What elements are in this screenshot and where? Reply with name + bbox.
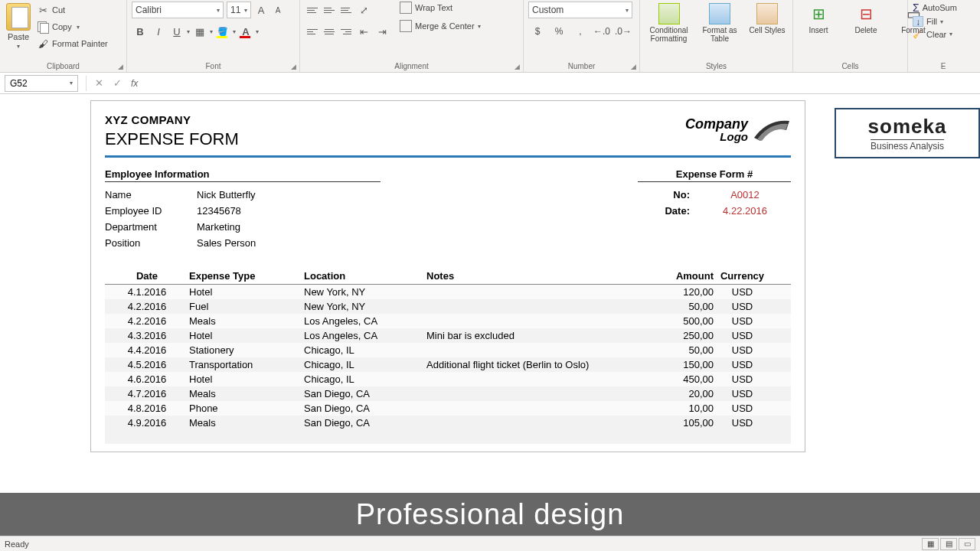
cut-button[interactable]: Cut: [35, 3, 109, 17]
employee-dept: Marketing: [197, 221, 240, 233]
italic-button[interactable]: I: [150, 23, 167, 40]
increase-decimal-button[interactable]: ←.0: [593, 23, 611, 40]
employee-section-title: Employee Information: [105, 168, 381, 182]
company-name: XYZ COMPANY: [105, 113, 239, 126]
table-row: 4.5.2016TransportationChicago, ILAdditio…: [105, 357, 791, 372]
expense-document: XYZ COMPANY EXPENSE FORM CompanyLogo Emp…: [90, 100, 805, 452]
table-row: 4.6.2016HotelChicago, IL450,00USD: [105, 372, 791, 386]
comma-button[interactable]: ,: [571, 23, 590, 40]
align-bottom-button[interactable]: [338, 2, 354, 18]
grow-font-button[interactable]: A: [254, 2, 268, 18]
format-as-table-button[interactable]: Format as Table: [699, 2, 740, 44]
increase-indent-button[interactable]: ⇥: [374, 23, 390, 40]
form-section-title: Expense Form #: [638, 168, 791, 182]
banner-text: Professional design: [356, 498, 625, 531]
cut-icon: [37, 4, 49, 16]
underline-button[interactable]: U: [168, 23, 185, 40]
percent-button[interactable]: %: [550, 23, 568, 40]
table-row: 4.2.2016FuelNew York, NY50,00USD: [105, 299, 791, 314]
employee-name: Nick Butterfly: [197, 189, 256, 201]
table-row: 4.3.2016HotelLos Angeles, CAMini bar is …: [105, 328, 791, 343]
overlay-banner: Professional design: [0, 493, 980, 536]
font-size-combo[interactable]: 11▾: [227, 2, 251, 18]
sigma-icon: [913, 2, 920, 14]
ribbon: Paste ▾ Cut Copy ▾ Format Painter C: [0, 0, 980, 73]
accounting-button[interactable]: $: [528, 23, 547, 40]
group-alignment: ⤢ ⇤ ⇥ Wrap Text Merge & Center: [300, 0, 524, 72]
fill-color-button[interactable]: [214, 23, 231, 40]
fx-icon[interactable]: fx: [131, 78, 138, 89]
swoosh-icon: [753, 115, 791, 145]
number-format-combo[interactable]: Custom▾: [528, 2, 632, 18]
merge-center-button[interactable]: Merge & Center ▾: [400, 20, 481, 32]
eraser-icon: [913, 29, 923, 39]
align-left-button[interactable]: [305, 24, 320, 39]
formula-input[interactable]: [142, 75, 980, 92]
decrease-decimal-button[interactable]: .0→: [614, 23, 632, 40]
brush-icon: [37, 37, 49, 50]
divider: [105, 155, 791, 158]
paste-button[interactable]: Paste ▾: [5, 2, 32, 51]
merge-icon: [400, 20, 412, 32]
form-date: 4.22.2016: [699, 205, 791, 217]
worksheet[interactable]: XYZ COMPANY EXPENSE FORM CompanyLogo Emp…: [0, 94, 980, 500]
insert-icon: [808, 3, 829, 24]
wrap-icon: [400, 2, 412, 14]
fill-button[interactable]: Fill▾: [913, 16, 957, 27]
employee-id: 12345678: [197, 205, 241, 217]
align-center-button[interactable]: [322, 24, 337, 39]
conditional-formatting-icon: [658, 3, 680, 24]
blank-row: [105, 430, 791, 444]
dialog-launcher-icon[interactable]: ◢: [291, 63, 296, 70]
cell-styles-button[interactable]: Cell Styles: [746, 2, 788, 36]
status-bar: Ready ▦ ▤ ▭: [0, 536, 980, 551]
someka-badge: someka Business Analysis: [835, 108, 980, 158]
page-layout-view-button[interactable]: ▤: [940, 538, 957, 550]
format-table-icon: [709, 3, 730, 24]
conditional-formatting-button[interactable]: Conditional Formatting: [645, 2, 693, 44]
borders-button[interactable]: [191, 23, 208, 40]
confirm-button[interactable]: ✓: [108, 75, 126, 92]
dialog-launcher-icon[interactable]: ◢: [118, 63, 123, 70]
align-right-button[interactable]: [338, 24, 354, 39]
page-break-view-button[interactable]: ▭: [959, 538, 975, 550]
dialog-launcher-icon[interactable]: ◢: [514, 63, 520, 70]
group-cells: Insert Delete Format Cells: [793, 0, 908, 72]
orientation-button[interactable]: ⤢: [355, 2, 372, 18]
paste-label: Paste: [8, 32, 29, 41]
paste-icon: [6, 3, 31, 31]
format-painter-button[interactable]: Format Painter: [35, 37, 109, 51]
table-row: 4.1.2016HotelNew York, NY120,00USD: [105, 285, 791, 299]
company-logo: CompanyLogo: [638, 113, 791, 147]
dialog-launcher-icon[interactable]: ◢: [631, 63, 636, 70]
delete-icon: [855, 3, 877, 24]
clear-button[interactable]: Clear▾: [913, 29, 957, 39]
normal-view-button[interactable]: ▦: [922, 538, 939, 550]
insert-button[interactable]: Insert: [798, 2, 839, 36]
table-row: 4.4.2016StationeryChicago, IL50,00USD: [105, 343, 791, 357]
group-styles: Conditional Formatting Format as Table C…: [640, 0, 793, 72]
bold-button[interactable]: B: [132, 23, 149, 40]
copy-icon: [37, 21, 49, 33]
group-number: Custom▾ $ % , ←.0 .0→ Number ◢: [524, 0, 640, 72]
copy-button[interactable]: Copy ▾: [35, 20, 109, 34]
cancel-button[interactable]: ✕: [90, 75, 108, 92]
align-top-button[interactable]: [305, 2, 320, 18]
fill-icon: [913, 16, 923, 27]
font-name-combo[interactable]: Calibri▾: [132, 2, 224, 18]
status-ready: Ready: [5, 540, 29, 549]
shrink-font-button[interactable]: A: [271, 2, 285, 18]
name-box[interactable]: G52▾: [5, 75, 78, 92]
group-font: Calibri▾ 11▾ A A B I U ▾ ▾ ▾ ▾ Font ◢: [127, 0, 300, 72]
decrease-indent-button[interactable]: ⇤: [355, 23, 372, 40]
group-label: Clipboard: [0, 62, 126, 70]
font-color-button[interactable]: [237, 23, 254, 40]
table-row: 4.7.2016MealsSan Diego, CA20,00USD: [105, 386, 791, 401]
autosum-button[interactable]: AutoSum: [913, 2, 957, 14]
group-editing: AutoSum Fill▾ Clear▾ E: [908, 0, 978, 72]
delete-button[interactable]: Delete: [845, 2, 887, 36]
wrap-text-button[interactable]: Wrap Text: [400, 2, 481, 14]
align-middle-button[interactable]: [322, 2, 337, 18]
table-row: 4.9.2016MealsSan Diego, CA105,00USD: [105, 416, 791, 430]
form-number: A0012: [699, 189, 791, 201]
